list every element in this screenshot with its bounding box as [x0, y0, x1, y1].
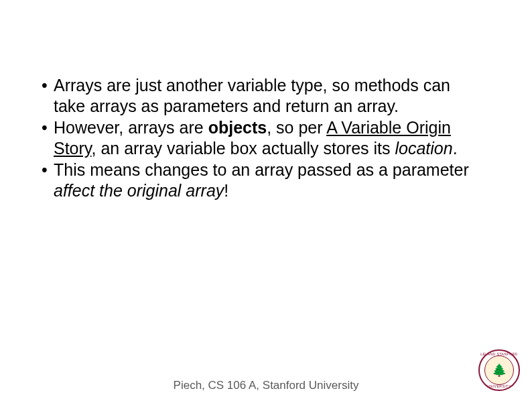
slide-footer: Piech, CS 106 A, Stanford University [0, 379, 532, 392]
bullet-text: This means changes to an array passed as… [54, 160, 484, 201]
text-span: , so per [267, 118, 326, 137]
bullet-item: • This means changes to an array passed … [42, 160, 484, 201]
text-span: However, arrays are [54, 118, 208, 137]
bullet-item: • Arrays are just another variable type,… [42, 75, 484, 116]
text-span: . [453, 139, 458, 158]
seal-inner-circle: 🌲 [484, 355, 514, 385]
bullet-text: However, arrays are objects, so per A Va… [54, 117, 484, 158]
tree-icon: 🌲 [492, 364, 507, 376]
stanford-seal: LELAND STANFORD 🌲 UNIVERSITY [478, 349, 520, 391]
seal-bottom-text: UNIVERSITY [480, 384, 519, 388]
text-span: Arrays are just another variable type, s… [54, 76, 450, 115]
text-span: , an array variable box actually stores … [92, 139, 395, 158]
seal-outer-ring: LELAND STANFORD 🌲 UNIVERSITY [478, 349, 520, 391]
bullet-text: Arrays are just another variable type, s… [54, 75, 484, 116]
text-italic: affect the original array [54, 181, 224, 200]
bullet-marker: • [42, 160, 54, 201]
slide-body: • Arrays are just another variable type,… [42, 75, 484, 202]
text-bold: objects [208, 118, 267, 137]
slide: • Arrays are just another variable type,… [0, 0, 532, 399]
bullet-marker: • [42, 117, 54, 158]
text-italic: location [395, 139, 452, 158]
bullet-item: • However, arrays are objects, so per A … [42, 117, 484, 158]
bullet-marker: • [42, 75, 54, 116]
text-span: ! [224, 181, 228, 200]
text-span: This means changes to an array passed as… [54, 160, 469, 179]
